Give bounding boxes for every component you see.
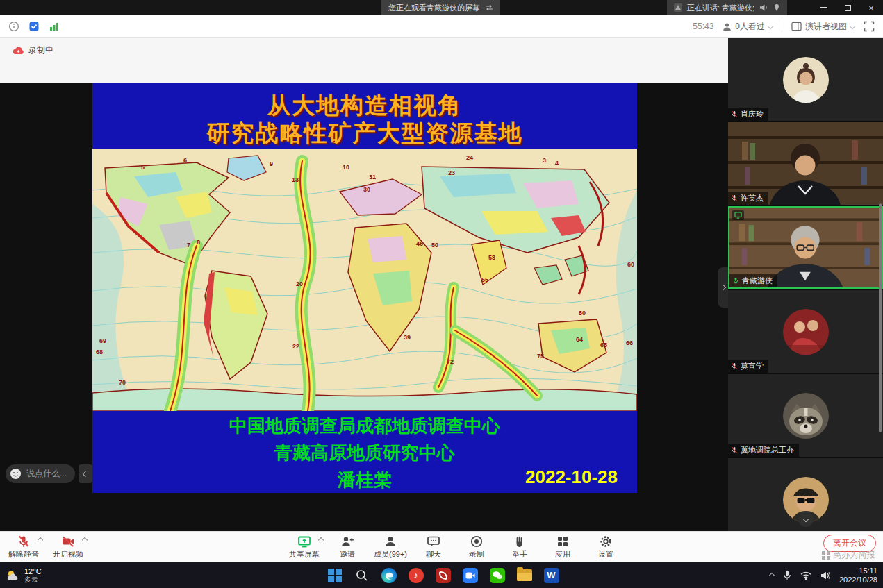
- slide-title: 从大地构造相视角 研究战略性矿产大型资源基地: [92, 83, 637, 147]
- cloud-record-icon: [13, 46, 24, 55]
- participant-tile[interactable]: 莫宣学: [728, 290, 883, 373]
- wifi-icon[interactable]: [800, 571, 811, 580]
- recording-indicator: 录制中: [13, 44, 53, 56]
- meeting-app-icon[interactable]: [456, 562, 484, 588]
- windows-taskbar: 12°C 多云 ♪: [0, 562, 883, 588]
- system-tray: 15:11 2022/10/28: [770, 562, 877, 588]
- search-button[interactable]: [348, 562, 375, 588]
- svg-text:39: 39: [404, 334, 411, 341]
- chevron-up-icon[interactable]: [82, 537, 88, 543]
- svg-text:20: 20: [296, 280, 303, 287]
- svg-text:24: 24: [466, 154, 473, 161]
- speaker-avatar-icon: [674, 3, 682, 12]
- minimize-button[interactable]: [812, 0, 836, 15]
- participant-name: 肖庆玲: [741, 109, 764, 119]
- weather-desc: 多云: [24, 576, 42, 584]
- restore-button[interactable]: [836, 0, 859, 15]
- svg-text:5: 5: [141, 164, 145, 171]
- taskbar-clock[interactable]: 15:11 2022/10/28: [839, 566, 877, 585]
- wechat-icon[interactable]: [484, 562, 511, 588]
- svg-text:4: 4: [555, 160, 559, 167]
- org-line1: 中国地质调查局成都地质调查中心: [92, 412, 637, 439]
- move-banner-icon[interactable]: [485, 4, 493, 11]
- chat-input[interactable]: 说点什么...: [6, 464, 75, 483]
- control-label: 成员(99+): [374, 549, 407, 560]
- meeting-info-icon[interactable]: [8, 21, 19, 32]
- meeting-controlbar: 解除静音 开启视频 共享屏幕: [0, 531, 883, 562]
- chat-collapse-button[interactable]: [79, 464, 92, 483]
- network-status-icon[interactable]: [49, 22, 60, 31]
- participant-tile[interactable]: 肖庆玲: [728, 38, 883, 121]
- record-button[interactable]: 录制: [457, 532, 496, 562]
- close-button[interactable]: ×: [859, 0, 883, 15]
- sharing-flag: [732, 210, 744, 220]
- apps-button[interactable]: 应用: [543, 532, 582, 562]
- participant-tile-active-speaker[interactable]: 青藏游侠: [728, 206, 883, 289]
- taskbar-weather[interactable]: 12°C 多云: [6, 562, 42, 588]
- file-explorer-icon[interactable]: [511, 562, 538, 588]
- chat-button[interactable]: 聊天: [414, 532, 453, 562]
- participant-tile[interactable]: 冀地调院总工办: [728, 374, 883, 457]
- panel-scrollbar[interactable]: [879, 203, 882, 432]
- meeting-security-icon[interactable]: [28, 21, 40, 32]
- ime-watermark: 萬办为简报: [822, 549, 875, 561]
- participant-tile[interactable]: 许英杰: [728, 122, 883, 205]
- fullscreen-button[interactable]: [864, 21, 875, 32]
- volume-icon[interactable]: [759, 3, 768, 12]
- svg-text:50: 50: [431, 242, 438, 249]
- collapse-list-button[interactable]: [798, 512, 814, 527]
- volume-tray-icon[interactable]: [820, 571, 830, 580]
- raise-hand-button[interactable]: 举手: [500, 532, 539, 562]
- control-label: 设置: [598, 549, 613, 560]
- window-titlebar: 您正在观看青藏游侠的屏幕 正在讲话: 青藏游侠; ×: [0, 0, 883, 15]
- start-button[interactable]: [321, 562, 348, 588]
- svg-text:69: 69: [99, 337, 106, 344]
- svg-text:23: 23: [448, 169, 455, 176]
- view-mode-label: 演讲者视图: [805, 21, 847, 33]
- red-app-icon[interactable]: [429, 562, 456, 588]
- viewers-count[interactable]: 0人看过: [723, 21, 773, 33]
- invite-button[interactable]: 邀请: [328, 532, 367, 562]
- panel-collapse-handle[interactable]: [718, 267, 728, 308]
- controlbar-center-group: 共享屏幕 邀请 成员(99+) 聊天: [285, 532, 625, 562]
- word-icon[interactable]: W: [538, 562, 565, 588]
- watching-banner: 您正在观看青藏游侠的屏幕: [381, 0, 500, 15]
- chevron-up-icon[interactable]: [318, 537, 324, 543]
- participant-name: 许英杰: [741, 193, 764, 203]
- emoji-icon[interactable]: [10, 468, 22, 480]
- pin-icon[interactable]: [773, 3, 780, 12]
- members-icon: [383, 535, 397, 548]
- tray-mic-icon[interactable]: [783, 570, 791, 580]
- edge-browser-icon[interactable]: [375, 562, 402, 588]
- control-label: 解除静音: [8, 549, 39, 560]
- name-badge: 许英杰: [728, 192, 768, 205]
- ime-watermark-text: 萬办为简报: [833, 549, 875, 561]
- svg-text:55: 55: [481, 276, 488, 283]
- meeting-window: 您正在观看青藏游侠的屏幕 正在讲话: 青藏游侠; ×: [0, 0, 883, 588]
- svg-text:68: 68: [96, 348, 103, 355]
- clock-time: 15:11: [839, 566, 877, 576]
- music-app-icon[interactable]: ♪: [402, 562, 429, 588]
- svg-text:9: 9: [270, 160, 273, 167]
- chevron-left-icon: [83, 471, 88, 476]
- settings-button[interactable]: 设置: [586, 532, 625, 562]
- windows-logo-icon: [328, 569, 342, 582]
- slide-title-line2: 研究战略性矿产大型资源基地: [92, 119, 637, 147]
- mic-active-icon: [732, 277, 739, 285]
- control-label: 共享屏幕: [289, 549, 320, 560]
- view-mode-dropdown[interactable]: 演讲者视图: [791, 21, 855, 33]
- share-screen-button[interactable]: 共享屏幕: [285, 532, 324, 562]
- chevron-up-icon[interactable]: [38, 537, 43, 543]
- speaking-banner: 正在讲话: 青藏游侠;: [667, 0, 787, 15]
- screen-share-mini-icon: [734, 212, 742, 219]
- control-label: 举手: [512, 549, 527, 560]
- svg-text:31: 31: [369, 174, 376, 180]
- unmute-button[interactable]: 解除静音: [4, 532, 43, 562]
- tray-expand-icon[interactable]: [769, 572, 775, 578]
- avatar: [783, 57, 829, 103]
- mic-muted-icon: [731, 362, 738, 370]
- restore-icon: [845, 5, 851, 11]
- start-video-button[interactable]: 开启视频: [49, 532, 88, 562]
- invite-icon: [340, 535, 354, 548]
- members-button[interactable]: 成员(99+): [371, 532, 410, 562]
